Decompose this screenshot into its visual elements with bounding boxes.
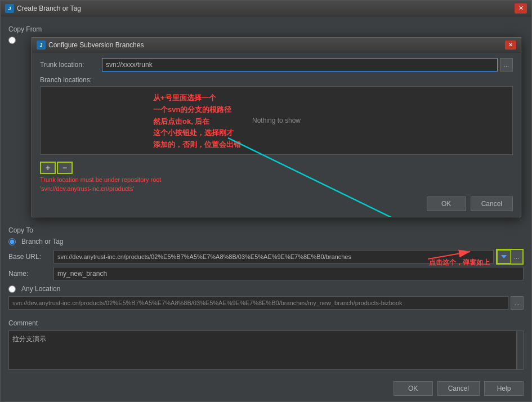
inner-titlebar: J Configure Subversion Branches ✕ bbox=[32, 38, 521, 52]
cancel-button[interactable]: Cancel bbox=[437, 381, 480, 396]
ok-button[interactable]: OK bbox=[394, 381, 433, 396]
comment-scrollbar[interactable] bbox=[517, 330, 524, 370]
dropdown-area: ... bbox=[496, 249, 524, 265]
full-url-row: ... bbox=[8, 296, 524, 310]
create-branch-dialog: J Create Branch or Tag ✕ Copy From J Con… bbox=[0, 0, 532, 402]
remove-branch-button[interactable]: − bbox=[57, 162, 73, 174]
branch-list-area: Nothing to show 从+号里面选择一个 一个svn的分支的根路径 然… bbox=[40, 86, 513, 155]
help-button[interactable]: Help bbox=[484, 381, 524, 396]
comment-label: Comment bbox=[8, 319, 524, 327]
inner-dialog-title: Configure Subversion Branches bbox=[48, 41, 505, 49]
outer-titlebar: J Create Branch or Tag ✕ bbox=[1, 1, 531, 16]
comment-section: Comment bbox=[8, 316, 524, 370]
any-location-radio[interactable] bbox=[8, 285, 16, 293]
any-location-radio-row: Any Location bbox=[8, 285, 524, 293]
branch-locations-label: Branch locations: bbox=[40, 76, 513, 84]
full-url-ellipsis-button[interactable]: ... bbox=[511, 296, 524, 310]
inner-ok-button[interactable]: OK bbox=[427, 196, 466, 211]
comment-area-wrapper bbox=[8, 330, 524, 370]
name-row: Name: bbox=[8, 267, 524, 280]
error-line1: Trunk location must be under repository … bbox=[40, 176, 513, 183]
any-location-label: Any Location bbox=[21, 285, 60, 293]
annotation-block: 从+号里面选择一个 一个svn的分支的根路径 然后点击ok, 后在 这个小按钮处… bbox=[153, 92, 241, 151]
outer-dialog-title: Create Branch or Tag bbox=[17, 5, 515, 12]
error-line2: 'svn://dev.anytrust-inc.cn/products' bbox=[40, 185, 513, 192]
inner-svn-icon: J bbox=[37, 41, 46, 50]
branch-or-tag-radio-row: Branch or Tag bbox=[8, 238, 524, 245]
full-url-display[interactable] bbox=[8, 296, 508, 310]
nothing-to-show-text: Nothing to show bbox=[252, 117, 301, 124]
base-url-label: Base URL: bbox=[8, 253, 53, 261]
inner-cancel-button[interactable]: Cancel bbox=[471, 196, 513, 211]
base-url-ellipsis-button[interactable]: ... bbox=[511, 250, 522, 263]
inner-dialog-buttons: OK Cancel bbox=[40, 196, 513, 211]
configure-branches-dialog: J Configure Subversion Branches ✕ Trunk … bbox=[32, 37, 521, 217]
branch-or-tag-label: Branch or Tag bbox=[21, 238, 64, 245]
svn-icon: J bbox=[5, 4, 14, 13]
add-branch-button[interactable]: + bbox=[40, 162, 56, 174]
plus-minus-row: + − bbox=[40, 158, 513, 174]
name-label: Name: bbox=[8, 270, 53, 278]
comment-textarea[interactable] bbox=[8, 330, 517, 370]
trunk-row: Trunk location: svn://xxxx/trunk ... bbox=[40, 58, 513, 72]
dialog-bottom-buttons: OK Cancel Help bbox=[394, 381, 524, 396]
trunk-label: Trunk location: bbox=[40, 61, 102, 69]
branch-or-tag-radio[interactable] bbox=[8, 238, 16, 245]
base-url-dropdown-button[interactable] bbox=[497, 250, 511, 263]
bottom-annotation: 点击这个，弹窗如上 bbox=[429, 258, 490, 267]
inner-close-button[interactable]: ✕ bbox=[505, 41, 516, 50]
base-url-input[interactable] bbox=[53, 250, 494, 263]
any-location-row: Any Location bbox=[8, 285, 524, 293]
outer-close-button[interactable]: ✕ bbox=[515, 3, 527, 14]
name-input[interactable] bbox=[53, 267, 524, 280]
copy-from-label: Copy From bbox=[8, 25, 524, 33]
inner-dialog-content: Trunk location: svn://xxxx/trunk ... Bra… bbox=[32, 52, 521, 217]
plus-minus-bar: + − bbox=[40, 162, 73, 174]
trunk-input[interactable]: svn://xxxx/trunk bbox=[102, 58, 498, 72]
copy-to-section: Copy To Branch or Tag Base URL: ... Name… bbox=[8, 223, 524, 312]
trunk-ellipsis-button[interactable]: ... bbox=[500, 58, 513, 72]
copy-from-radio[interactable] bbox=[8, 37, 16, 44]
dropdown-arrow-icon bbox=[501, 255, 507, 258]
copy-to-label: Copy To bbox=[8, 226, 524, 234]
